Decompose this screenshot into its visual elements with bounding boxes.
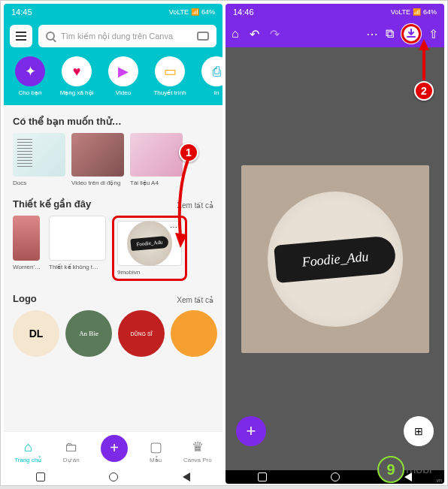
tab-print[interactable]: ⎙ In (195, 56, 222, 96)
logo-4[interactable] (171, 310, 217, 357)
nav-projects[interactable]: 🗀Dự án (63, 439, 80, 463)
bottom-nav: ⌂Trang chủ 🗀Dự án + ▢Mẫu ♛Canva Pro (4, 431, 222, 470)
copy-icon[interactable]: ⧉ (386, 27, 394, 41)
status-bar-right: 14:46 VoLTE📶64% (226, 4, 444, 20)
recent-untitled[interactable]: Thiết kế không t… (49, 216, 106, 281)
logo-templates[interactable]: DL An Bìe DŨNG SĨ (4, 310, 222, 366)
play-icon: ▶ (108, 56, 138, 86)
annotation-arrow-1 (169, 154, 199, 252)
canvas-area[interactable]: Foodie_Adu (226, 47, 444, 470)
editor-toolbar: ⌂ ↶ ↷ ⋯ ⧉ ⇧ (226, 20, 444, 47)
logo-anbie[interactable]: An Bìe (65, 310, 112, 357)
nav-home[interactable]: ⌂Trang chủ (14, 439, 41, 463)
recent-womens[interactable]: Women's… (13, 216, 43, 281)
home-icon[interactable]: ⌂ (232, 27, 239, 41)
logo-dl[interactable]: DL (13, 310, 59, 357)
crown-icon: ♛ (192, 439, 204, 455)
home-button[interactable] (109, 472, 118, 481)
recents-button[interactable] (258, 472, 267, 481)
tab-social[interactable]: ♥ Mạng xã hội (55, 56, 98, 96)
status-bar: 14:45 VoLTE📶64% (4, 4, 222, 20)
watermark-text: mobi (406, 463, 432, 476)
nav-templates[interactable]: ▢Mẫu (150, 439, 162, 463)
tab-presentation[interactable]: ▭ Thuyết trình (148, 56, 192, 96)
template-video[interactable]: Video trên di động (71, 133, 124, 186)
status-time: 14:45 (11, 8, 32, 17)
more-icon[interactable]: ⋯ (366, 27, 378, 41)
section-try-title: Có thể bạn muốn thử… (4, 113, 222, 133)
svg-marker-0 (175, 233, 187, 248)
search-placeholder: Tìm kiếm nội dung trên Canva (61, 32, 173, 41)
template-docs[interactable]: Docs (13, 133, 65, 186)
plus-icon: + (110, 439, 119, 457)
logo-dungsi[interactable]: DŨNG SĨ (118, 310, 165, 357)
annotation-arrow-2 (417, 39, 432, 84)
back-button[interactable] (183, 472, 190, 481)
brush-text[interactable]: Foodie_Adu (301, 248, 368, 270)
add-element-fab[interactable]: + (236, 416, 266, 446)
redo-icon[interactable]: ↷ (270, 27, 280, 41)
presentation-icon: ▭ (155, 56, 185, 86)
camera-icon (197, 32, 209, 41)
folder-icon: 🗀 (65, 439, 78, 455)
watermark-sub: .vn (435, 478, 442, 483)
undo-icon[interactable]: ↶ (250, 27, 259, 41)
templates-icon: ▢ (150, 439, 162, 455)
android-nav (4, 470, 222, 484)
section-recent-title: Thiết kế gần đây (4, 195, 100, 216)
print-icon: ⎙ (201, 56, 222, 86)
design-canvas[interactable]: Foodie_Adu (241, 165, 429, 353)
docs-thumbnail (13, 133, 65, 177)
recent-thumb-2 (49, 216, 106, 261)
canva-editor-screen: 14:46 VoLTE📶64% ⌂ ↶ ↷ ⋯ ⧉ ⇧ Foo (226, 4, 444, 484)
sparkle-icon: ✦ (15, 56, 45, 86)
home-button[interactable] (331, 472, 340, 481)
search-row: Tìm kiếm nội dung trên Canva (4, 20, 222, 53)
heart-icon: ♥ (62, 56, 92, 86)
tab-for-you[interactable]: ✦ Cho bạn (8, 56, 52, 96)
recents-button[interactable] (36, 472, 45, 481)
search-input[interactable]: Tìm kiếm nội dung trên Canva (38, 25, 216, 47)
recent-thumb-1 (13, 216, 40, 261)
create-fab[interactable]: + (101, 435, 128, 462)
plus-icon: + (247, 421, 256, 441)
status-icons: VoLTE📶64% (169, 8, 215, 16)
watermark: 9 mobi .vn (377, 456, 442, 483)
tab-video[interactable]: ▶ Video (101, 56, 145, 96)
pages-button[interactable]: ⊞ (404, 416, 434, 446)
search-icon (46, 32, 55, 41)
status-icons-right: VoLTE📶64% (391, 8, 437, 16)
watermark-icon: 9 (377, 456, 404, 483)
home-icon: ⌂ (24, 439, 32, 455)
svg-marker-1 (419, 39, 429, 50)
download-icon (406, 29, 416, 39)
video-thumbnail (71, 133, 124, 177)
see-all-logo[interactable]: Xem tất cả (177, 296, 213, 304)
menu-button[interactable] (10, 25, 32, 47)
status-time-right: 14:46 (233, 8, 254, 17)
category-tabs: ✦ Cho bạn ♥ Mạng xã hội ▶ Video ▭ Thuyết… (4, 53, 222, 105)
nav-pro[interactable]: ♛Canva Pro (183, 439, 212, 463)
grid-icon: ⊞ (414, 425, 423, 437)
section-logo-title: Logo (4, 290, 46, 310)
